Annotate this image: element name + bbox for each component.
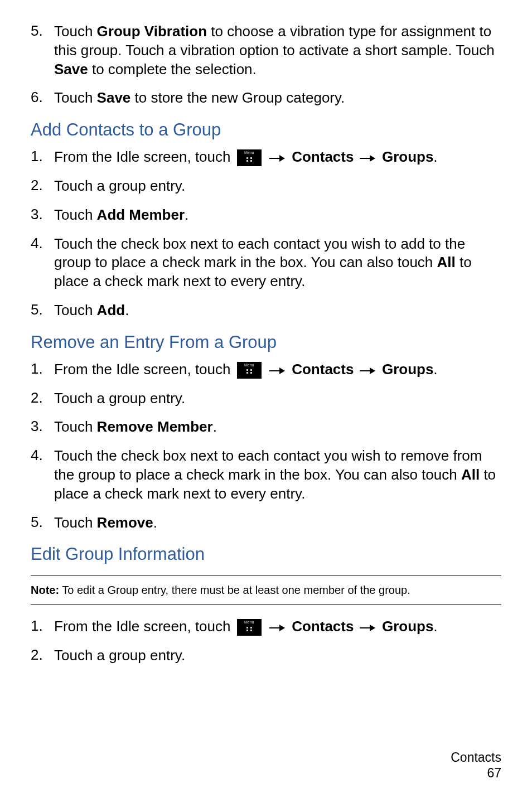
bold-text: Save xyxy=(54,61,88,78)
bold-text: All xyxy=(461,466,480,483)
text: Touch xyxy=(54,514,97,531)
text: . xyxy=(153,514,157,531)
bold-text: Save xyxy=(97,89,131,106)
list-number: 2. xyxy=(31,389,54,408)
text: . xyxy=(185,206,188,223)
arrow-icon xyxy=(269,625,286,631)
list-item: 2.Touch a group entry. xyxy=(31,646,501,665)
list-number: 1. xyxy=(31,360,54,379)
list-content: Touch Remove. xyxy=(54,514,501,533)
bold-text: Add Member xyxy=(97,206,185,223)
list-item: 6.Touch Save to store the new Group cate… xyxy=(31,89,501,108)
text: . xyxy=(433,618,437,635)
text: Touch the check box next to each contact… xyxy=(54,447,482,483)
text xyxy=(354,148,357,165)
list-item: 2.Touch a group entry. xyxy=(31,389,501,408)
list-content: Touch the check box next to each contact… xyxy=(54,235,501,291)
text: . xyxy=(213,418,217,435)
list-number: 2. xyxy=(31,646,54,665)
text: to complete the selection. xyxy=(88,61,257,78)
list-item: 4. Touch the check box next to each cont… xyxy=(31,235,501,291)
list-item: 1.From the Idle screen, touch Contacts G… xyxy=(31,617,501,636)
list-item: 4. Touch the check box next to each cont… xyxy=(31,447,501,503)
list-content: Touch Group Vibration to choose a vibrat… xyxy=(54,22,501,79)
list-content: Touch a group entry. xyxy=(54,177,501,196)
text: Touch xyxy=(54,89,97,106)
text: Touch xyxy=(54,23,97,40)
text: . xyxy=(433,361,437,378)
text: From the Idle screen, touch xyxy=(54,148,235,165)
intro-list: 5.Touch Group Vibration to choose a vibr… xyxy=(31,22,501,108)
list-content: Touch Add Member. xyxy=(54,206,501,225)
text xyxy=(354,361,357,378)
heading-edit-group: Edit Group Information xyxy=(31,544,501,564)
text: to store the new Group category. xyxy=(130,89,345,106)
list-content: From the Idle screen, touch Contacts Gro… xyxy=(54,360,501,379)
arrow-icon xyxy=(269,367,286,374)
text: Touch xyxy=(54,302,97,318)
text: From the Idle screen, touch xyxy=(54,618,235,635)
text xyxy=(264,361,268,378)
list-content: From the Idle screen, touch Contacts Gro… xyxy=(54,617,501,636)
list-content: Touch a group entry. xyxy=(54,646,501,665)
remove-entry-list: 1.From the Idle screen, touch Contacts G… xyxy=(31,360,501,533)
text xyxy=(264,148,268,165)
list-number: 5. xyxy=(31,22,54,79)
bold-text: Groups xyxy=(382,361,433,378)
text: Touch the check box next to each contact… xyxy=(54,235,465,271)
list-item: 1.From the Idle screen, touch Contacts G… xyxy=(31,360,501,379)
list-number: 3. xyxy=(31,418,54,437)
list-number: 6. xyxy=(31,89,54,108)
list-item: 3.Touch Remove Member. xyxy=(31,418,501,437)
list-number: 2. xyxy=(31,177,54,196)
list-item: 1.From the Idle screen, touch Contacts G… xyxy=(31,148,501,167)
bold-text: Groups xyxy=(382,148,433,165)
text: . xyxy=(433,148,437,165)
arrow-icon xyxy=(360,155,376,162)
menu-icon xyxy=(237,362,262,379)
list-item: 2.Touch a group entry. xyxy=(31,177,501,196)
heading-add-contacts: Add Contacts to a Group xyxy=(31,120,501,140)
note-box: Note: To edit a Group entry, there must … xyxy=(31,575,501,605)
text: From the Idle screen, touch xyxy=(54,361,235,378)
bold-text: Contacts xyxy=(292,148,354,165)
footer-page: 67 xyxy=(451,765,501,781)
page-footer: Contacts 67 xyxy=(451,749,501,782)
heading-remove-entry: Remove an Entry From a Group xyxy=(31,332,501,352)
list-item: 5.Touch Remove. xyxy=(31,514,501,533)
list-item: 3.Touch Add Member. xyxy=(31,206,501,225)
bold-text: Groups xyxy=(382,618,433,635)
footer-section: Contacts xyxy=(451,749,501,766)
list-content: Touch a group entry. xyxy=(54,389,501,408)
list-item: 5.Touch Group Vibration to choose a vibr… xyxy=(31,22,501,79)
list-number: 4. xyxy=(31,447,54,503)
arrow-icon xyxy=(269,155,286,162)
text xyxy=(378,618,382,635)
bold-text: Group Vibration xyxy=(97,23,207,40)
text: Touch a group entry. xyxy=(54,647,185,664)
add-contacts-list: 1.From the Idle screen, touch Contacts G… xyxy=(31,148,501,320)
list-number: 1. xyxy=(31,148,54,167)
list-content: Touch Remove Member. xyxy=(54,418,501,437)
note-text: Note: To edit a Group entry, there must … xyxy=(31,584,501,597)
bold-text: Add xyxy=(97,302,125,318)
list-content: Touch the check box next to each contact… xyxy=(54,447,501,503)
text xyxy=(354,618,357,635)
list-content: Touch Save to store the new Group catego… xyxy=(54,89,501,108)
note-label: Note: xyxy=(31,584,59,596)
list-item: 5.Touch Add. xyxy=(31,301,501,320)
list-number: 4. xyxy=(31,235,54,291)
text: Touch a group entry. xyxy=(54,390,185,407)
arrow-icon xyxy=(360,367,376,374)
text: Touch a group entry. xyxy=(54,177,185,194)
bold-text: Remove xyxy=(97,514,153,531)
arrow-icon xyxy=(360,625,376,631)
bold-text: Remove Member xyxy=(97,418,213,435)
edit-group-list: 1.From the Idle screen, touch Contacts G… xyxy=(31,617,501,665)
text xyxy=(378,148,382,165)
list-content: From the Idle screen, touch Contacts Gro… xyxy=(54,148,501,167)
menu-icon xyxy=(237,619,262,636)
text xyxy=(264,618,268,635)
bold-text: Contacts xyxy=(292,361,354,378)
list-number: 1. xyxy=(31,617,54,636)
